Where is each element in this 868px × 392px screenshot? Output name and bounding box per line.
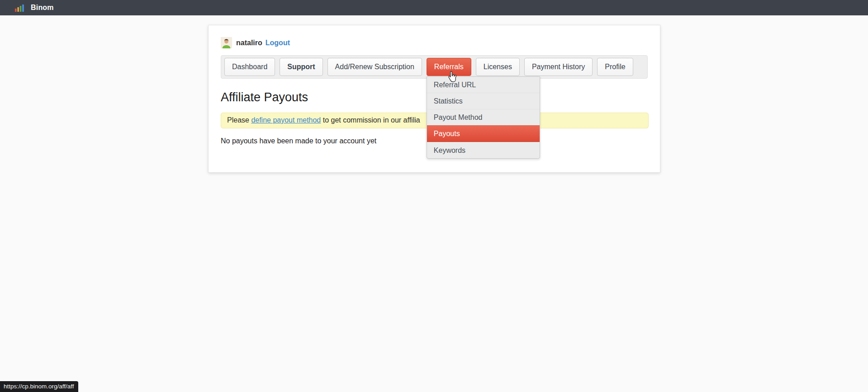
nav-tab-dashboard[interactable]: Dashboard: [224, 58, 275, 76]
menu-item-payouts[interactable]: Payouts: [427, 125, 540, 142]
topbar: Binom: [0, 0, 868, 15]
user-row: nataliro Logout: [221, 37, 648, 48]
nav-tab-licenses[interactable]: Licenses: [476, 58, 520, 76]
referrals-dropdown-menu: Referral URL Statistics Payout Method Pa…: [427, 76, 540, 159]
link-url-preview: https://cp.binom.org/aff/aff: [0, 381, 78, 392]
menu-item-payout-method[interactable]: Payout Method: [427, 109, 540, 125]
menu-item-keywords[interactable]: Keywords: [427, 142, 540, 158]
main-card: nataliro Logout Dashboard Support Add/Re…: [208, 25, 660, 173]
notice-text-suffix: to get commission in our affilia: [323, 116, 420, 124]
nav-tab-add-renew-subscription[interactable]: Add/Renew Subscription: [327, 58, 422, 76]
nav-tab-payment-history[interactable]: Payment History: [524, 58, 593, 76]
bar-chart-logo-icon: [15, 4, 24, 12]
menu-item-statistics[interactable]: Statistics: [427, 93, 540, 109]
notice-text-prefix: Please: [227, 116, 249, 124]
nav-tab-profile[interactable]: Profile: [597, 58, 633, 76]
menu-item-referral-url[interactable]: Referral URL: [427, 77, 540, 93]
nav-bar: Dashboard Support Add/Renew Subscription…: [221, 55, 648, 79]
user-avatar: [221, 37, 232, 48]
define-payout-method-link[interactable]: define payout method: [251, 116, 321, 124]
brand-logo-text[interactable]: Binom: [31, 4, 54, 12]
logout-link[interactable]: Logout: [266, 39, 290, 47]
nav-tab-support[interactable]: Support: [280, 58, 323, 76]
username-label: nataliro: [236, 39, 262, 47]
nav-referrals-wrap: Referrals Referral URL Statistics Payout…: [427, 58, 471, 76]
nav-tab-referrals[interactable]: Referrals: [427, 58, 471, 76]
